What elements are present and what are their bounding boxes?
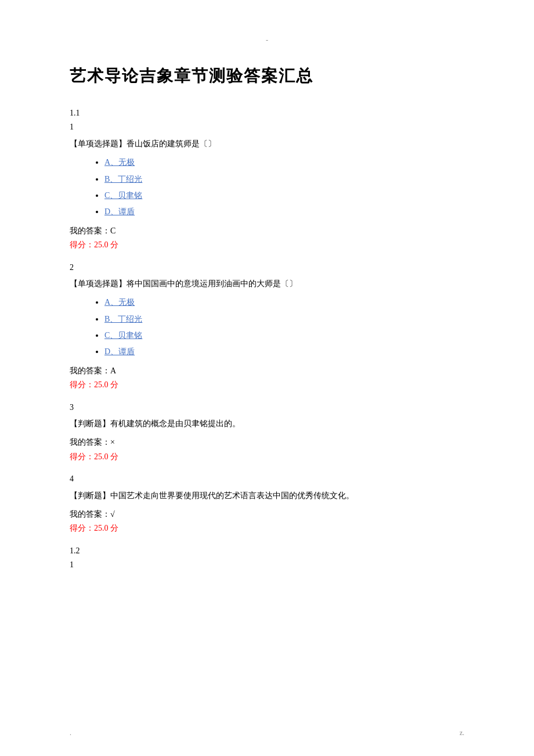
score-3: 得分：25.0 分 <box>70 451 464 463</box>
options-list-2: A、无极 B、丁绍光 C、贝聿铭 D、谭盾 <box>70 296 464 359</box>
score-4: 得分：25.0 分 <box>70 522 464 535</box>
question-text-3: 【判断题】有机建筑的概念是由贝聿铭提出的。 <box>70 417 464 430</box>
question-text-2: 【单项选择题】将中国国画中的意境运用到油画中的大师是〔〕 <box>70 278 464 290</box>
my-answer-1: 我的答案：C <box>70 225 464 237</box>
bottom-dot: . <box>70 728 71 739</box>
option-2-b: B、丁绍光 <box>104 313 464 326</box>
question-text-1: 【单项选择题】香山饭店的建筑师是〔〕 <box>70 138 464 150</box>
section-2-label: 1.2 <box>70 545 464 557</box>
option-2-a: A、无极 <box>104 296 464 309</box>
question-block-4: 4 【判断题】中国艺术走向世界要使用现代的艺术语言表达中国的优秀传统文化。 我的… <box>70 473 464 535</box>
page-container: - 艺术导论吉象章节测验答案汇总 1.1 1 【单项选择题】香山饭店的建筑师是〔… <box>0 0 534 756</box>
options-list-1: A、无极 B、丁绍光 C、贝聿铭 D、谭盾 <box>70 156 464 219</box>
question-block-1: 1 【单项选择题】香山饭店的建筑师是〔〕 A、无极 B、丁绍光 C、贝聿铭 D、… <box>70 121 464 251</box>
bottom-bar: . z. <box>70 728 464 739</box>
option-1-c: C、贝聿铭 <box>104 189 464 202</box>
my-answer-2: 我的答案：A <box>70 365 464 377</box>
question-number-1: 1 <box>70 121 464 134</box>
page-title: 艺术导论吉象章节测验答案汇总 <box>70 63 464 89</box>
bottom-z: z. <box>460 728 464 739</box>
question-number-4: 4 <box>70 473 464 485</box>
option-1-d: D、谭盾 <box>104 206 464 218</box>
section-1-label: 1.1 <box>70 107 464 120</box>
option-2-d: D、谭盾 <box>104 345 464 358</box>
question-text-4: 【判断题】中国艺术走向世界要使用现代的艺术语言表达中国的优秀传统文化。 <box>70 489 464 502</box>
option-2-c: C、贝聿铭 <box>104 329 464 342</box>
question-block-2: 2 【单项选择题】将中国国画中的意境运用到油画中的大师是〔〕 A、无极 B、丁绍… <box>70 261 464 392</box>
question-number-3: 3 <box>70 401 464 414</box>
section-2-sub: 1 <box>70 559 464 571</box>
score-1: 得分：25.0 分 <box>70 239 464 251</box>
question-number-2: 2 <box>70 261 464 274</box>
my-answer-4: 我的答案：√ <box>70 508 464 521</box>
top-dash: - <box>70 35 464 46</box>
option-1-b: B、丁绍光 <box>104 173 464 186</box>
option-1-a: A、无极 <box>104 156 464 169</box>
question-block-3: 3 【判断题】有机建筑的概念是由贝聿铭提出的。 我的答案：× 得分：25.0 分 <box>70 401 464 464</box>
my-answer-3: 我的答案：× <box>70 436 464 449</box>
score-2: 得分：25.0 分 <box>70 379 464 391</box>
